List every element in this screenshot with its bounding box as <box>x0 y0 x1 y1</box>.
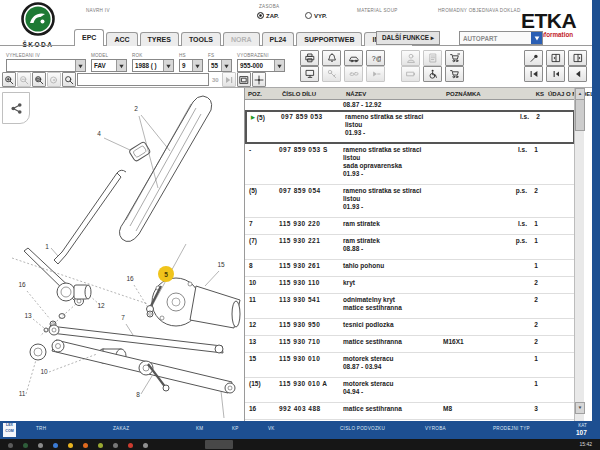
nav-prev-button[interactable] <box>546 66 565 82</box>
table-row[interactable]: (15)115 930 010 Amotorek steracu04.94 -1 <box>245 378 575 403</box>
tab-tyres[interactable]: TYRES <box>140 32 179 46</box>
cart-export-button[interactable] <box>445 50 464 66</box>
wheelchair-button[interactable] <box>423 66 442 82</box>
table-row[interactable]: 8115 930 261tahlo pohonu1 <box>245 260 575 277</box>
taskbar-app-icon[interactable] <box>38 443 43 448</box>
nav-first-button[interactable] <box>524 66 543 82</box>
book-prev-button[interactable] <box>546 50 565 66</box>
radio-zap[interactable]: ZAP. <box>257 12 279 19</box>
dalsi-funkce-button[interactable]: DALŠÍ FUNKCE ▸ <box>376 31 440 45</box>
filter-input-fs[interactable]: 55 <box>208 59 232 72</box>
taskbar-app-icon[interactable] <box>23 443 28 448</box>
table-row[interactable]: (5)097 859 054rameno stiratka se stiraci… <box>245 185 575 218</box>
filter-input-vyobrazeni[interactable]: 955-000 <box>237 59 285 72</box>
part-callout-16[interactable]: 16 <box>18 281 26 288</box>
search-button[interactable] <box>62 72 76 87</box>
scrollbar-thumb[interactable] <box>575 99 585 131</box>
car-transfer-button[interactable] <box>344 50 363 66</box>
table-row[interactable]: 08.87 - 12.92 <box>245 99 575 110</box>
taskbar-app-icon[interactable] <box>128 443 133 448</box>
dropdown-button[interactable] <box>221 60 231 71</box>
user-info-button[interactable] <box>401 50 420 66</box>
zoom-box-button[interactable] <box>32 72 46 87</box>
kat-value: 107 <box>576 429 587 437</box>
cart-button[interactable] <box>445 66 464 82</box>
dropdown-button[interactable] <box>75 60 85 71</box>
diagram-search-input[interactable] <box>77 73 209 86</box>
pin-button[interactable] <box>524 50 543 66</box>
part-callout-15[interactable]: 15 <box>217 261 225 268</box>
cell-poz: 11 <box>245 296 279 312</box>
autopart-combobox[interactable]: AUTOPART <box>459 31 543 45</box>
bell-button[interactable] <box>322 50 341 66</box>
share-button[interactable] <box>2 92 30 124</box>
part-callout-12[interactable]: 12 <box>97 302 105 309</box>
filter-input-vyhledani-iv[interactable] <box>6 59 86 72</box>
cart-icon <box>450 69 460 79</box>
table-scrollbar[interactable]: ▲ ▼ <box>574 88 584 422</box>
tab-nora[interactable]: NORA <box>223 32 260 46</box>
taskbar-app-icon[interactable] <box>98 443 103 448</box>
part-callout-4[interactable]: 4 <box>97 130 101 137</box>
part-callout-2[interactable]: 2 <box>134 105 138 112</box>
tab-epc[interactable]: EPC <box>74 29 104 46</box>
link-button[interactable] <box>344 66 363 82</box>
tab-supportweb[interactable]: SUPPORTWEB <box>296 32 362 46</box>
dropdown-button[interactable] <box>274 60 284 71</box>
zoom-prev-button[interactable] <box>47 72 61 87</box>
part-callout-11[interactable]: 11 <box>19 390 26 397</box>
table-row[interactable]: 16992 403 488matice sestihrannaM83 <box>245 403 575 420</box>
book-next-button[interactable] <box>568 50 587 66</box>
part-callout-1[interactable]: 1 <box>45 243 49 250</box>
battery-button[interactable] <box>401 66 420 82</box>
part-callout-16[interactable]: 16 <box>126 275 134 282</box>
dropdown-button[interactable] <box>192 60 202 71</box>
dropdown-button[interactable] <box>116 60 126 71</box>
taskbar-app-icon[interactable] <box>8 443 13 448</box>
cell-poz <box>245 101 279 109</box>
tab-acc[interactable]: ACC <box>106 32 137 46</box>
table-row[interactable]: 15115 930 010motorek steracu08.87 - 03.9… <box>245 353 575 378</box>
tab-pl24[interactable]: PL24 <box>262 32 295 46</box>
nav-back-button[interactable] <box>568 66 587 82</box>
table-row[interactable]: -097 859 053 Srameno stiratka se stiraci… <box>245 144 575 185</box>
filter-value: 9 <box>180 62 192 69</box>
dropdown-button[interactable] <box>531 32 542 44</box>
part-callout-7[interactable]: 7 <box>121 314 125 321</box>
windows-taskbar[interactable]: 15:42 <box>0 439 600 450</box>
key-button[interactable] <box>322 66 341 82</box>
taskbar-app-icon[interactable] <box>53 443 58 448</box>
radio-vyp[interactable]: VYP. <box>305 12 327 19</box>
table-row[interactable]: 7115 930 220ram stiratekl.s.1 <box>245 218 575 235</box>
part-callout-8[interactable]: 8 <box>136 391 140 398</box>
printer-button[interactable] <box>300 50 319 66</box>
filter-input-hs[interactable]: 9 <box>179 59 203 72</box>
filter-input-model[interactable]: FAV <box>91 59 127 72</box>
help-button[interactable]: ?@ <box>366 50 385 66</box>
play-button[interactable] <box>366 66 385 82</box>
table-row[interactable]: 10115 930 110kryt2 <box>245 277 575 294</box>
table-row[interactable]: 11113 930 541odnimatelny krytmatice sest… <box>245 294 575 319</box>
part-callout-13[interactable]: 13 <box>24 312 32 319</box>
zoom-out-button[interactable] <box>17 72 31 87</box>
taskbar-app-icon[interactable] <box>83 443 88 448</box>
filter-input-rok[interactable]: 1988 ( ) <box>132 59 174 72</box>
table-row[interactable]: (7)115 930 221ram stiratek08.88 -p.s.1 <box>245 235 575 260</box>
pan-move-button[interactable] <box>252 72 266 87</box>
scroll-down-icon[interactable]: ▼ <box>575 402 585 414</box>
zoom-in-button[interactable] <box>2 72 16 87</box>
tab-tools[interactable]: TOOLS <box>181 32 221 46</box>
part-callout-10[interactable]: 10 <box>40 368 48 375</box>
monitor-button[interactable] <box>300 66 319 82</box>
table-row[interactable]: ▶(5)097 859 053rameno stiratka se stirac… <box>245 110 575 144</box>
taskbar-app-icon[interactable] <box>113 443 118 448</box>
taskbar-active-window[interactable] <box>205 440 233 449</box>
table-row[interactable]: 12115 930 950tesnici podlozka2 <box>245 319 575 336</box>
nav-next-button[interactable] <box>222 72 236 87</box>
dropdown-button[interactable] <box>163 60 173 71</box>
taskbar-app-icon[interactable] <box>68 443 73 448</box>
table-row[interactable]: 13115 930 710matice sestihrannaM16X12 <box>245 336 575 353</box>
document-button[interactable] <box>423 50 442 66</box>
fit-window-button[interactable] <box>237 72 251 87</box>
taskbar-app-icon[interactable] <box>143 443 148 448</box>
